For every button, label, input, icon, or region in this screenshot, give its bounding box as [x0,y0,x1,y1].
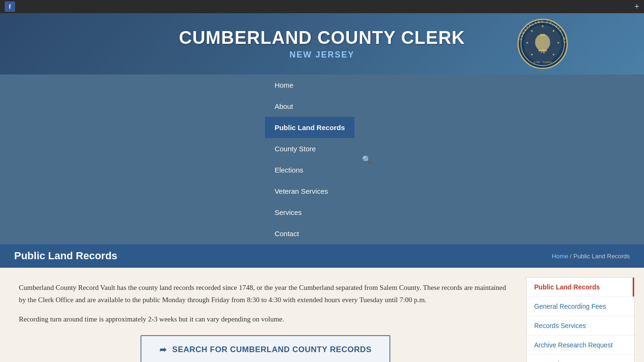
share-icon-1: ➦ [159,345,167,355]
breadcrumb-current: Public Land Records [573,253,630,260]
content-area: Cumberland County Record Vault has the c… [9,277,517,362]
breadcrumb: Home / Public Land Records [552,253,630,260]
search-records-button[interactable]: ➦ SEARCH FOR CUMBERLAND COUNTY RECORDS [140,335,390,362]
breadcrumb-separator: / [570,253,573,260]
nav-item-public-land-records[interactable]: Public Land Records [265,117,354,138]
sidebar-item-csp[interactable]: Cover Sheet Page [527,355,634,362]
plus-icon[interactable]: + [635,2,639,12]
search-nav-icon[interactable]: 🔍 [355,148,379,171]
sidebar: Public Land RecordsGeneral Recording Fee… [526,277,635,362]
nav-item-home[interactable]: Home [265,74,354,96]
facebook-icon[interactable]: f [5,1,15,12]
page-title: Public Land Records [14,250,117,262]
svg-text:★: ★ [530,29,533,33]
nav-item-veteran-services[interactable]: Veteran Services [265,181,354,202]
svg-point-4 [535,34,550,51]
paragraph-2: Recording turn around time is approximat… [19,313,512,326]
search-btn-1-label: SEARCH FOR CUMBERLAND COUNTY RECORDS [172,345,372,354]
nav-item-services[interactable]: Services [265,202,354,223]
svg-text:★: ★ [530,53,533,57]
main-navigation: HomeAboutPublic Land RecordsCounty Store… [0,74,644,244]
nav-items-container: HomeAboutPublic Land RecordsCounty Store… [265,74,354,244]
sidebar-item-grf[interactable]: General Recording Fees [527,297,634,316]
site-title: CUMBERLAND COUNTY CLERK [179,28,465,48]
county-seal: 76 ★ ★ ★ ★ ★ ★ ★ CUMBERLAND COUNTY · NJ … [517,18,569,70]
svg-text:★: ★ [541,25,544,28]
svg-text:★: ★ [557,41,560,45]
svg-text:★: ★ [526,41,528,45]
paragraph-1: Cumberland County Record Vault has the c… [19,282,512,306]
main-content: Cumberland County Record Vault has the c… [0,268,644,362]
nav-item-county-store[interactable]: County Store [265,138,354,159]
nav-item-about[interactable]: About [265,96,354,117]
svg-text:★: ★ [552,29,555,33]
search-btn-1-container: ➦ SEARCH FOR CUMBERLAND COUNTY RECORDS [19,335,512,362]
nav-item-elections[interactable]: Elections [265,159,354,181]
sidebar-item-arr[interactable]: Archive Research Request [527,336,634,355]
sidebar-item-rs[interactable]: Records Services [527,316,634,336]
content-text: Cumberland County Record Vault has the c… [19,282,512,326]
site-subtitle: NEW JERSEY [179,50,465,60]
sidebar-item-plr[interactable]: Public Land Records [527,278,634,297]
nav-item-contact[interactable]: Contact [265,223,354,244]
breadcrumb-home-link[interactable]: Home [552,253,568,260]
sidebar-items: Public Land RecordsGeneral Recording Fee… [527,278,634,362]
svg-text:1748 · CLERK: 1748 · CLERK [534,61,552,64]
top-bar: f + [0,0,644,13]
svg-rect-6 [540,34,545,36]
page-title-bar: Public Land Records Home / Public Land R… [0,244,644,268]
header: CUMBERLAND COUNTY CLERK NEW JERSEY 76 ★ … [0,13,644,74]
svg-text:76: 76 [540,49,545,54]
svg-text:★: ★ [552,53,555,57]
header-content: CUMBERLAND COUNTY CLERK NEW JERSEY [179,28,465,60]
